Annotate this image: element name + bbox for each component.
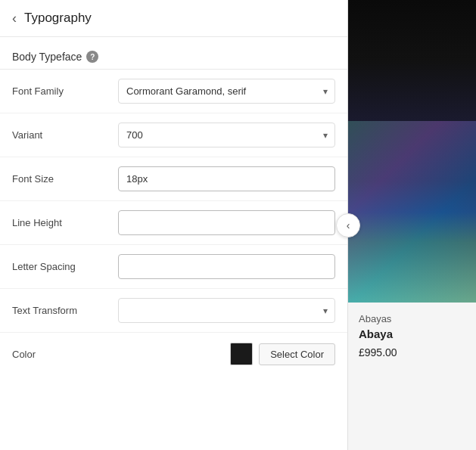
font-family-row: Font Family Cormorant Garamond, serif Ar… — [0, 70, 347, 113]
text-transform-row: Text Transform none uppercase lowercase … — [0, 289, 347, 333]
select-color-button[interactable]: Select Color — [259, 343, 335, 365]
body-typeface-label: Body Typeface — [12, 51, 82, 63]
text-transform-label: Text Transform — [12, 305, 118, 316]
letter-spacing-row: Letter Spacing — [0, 245, 347, 289]
color-row: Color Select Color — [0, 333, 347, 375]
line-height-row: Line Height — [0, 201, 347, 245]
variant-select[interactable]: 400 500 600 700 800 — [118, 123, 335, 147]
help-icon[interactable]: ? — [86, 51, 98, 63]
color-label: Color — [12, 349, 118, 360]
variant-control: 400 500 600 700 800 ▾ — [118, 123, 335, 147]
variant-label: Variant — [12, 129, 118, 141]
font-family-select-wrapper: Cormorant Garamond, serif Arial, sans-se… — [118, 79, 335, 104]
line-height-control — [118, 210, 335, 235]
letter-spacing-control — [118, 254, 335, 279]
letter-spacing-input[interactable] — [118, 254, 335, 279]
font-family-label: Font Family — [12, 85, 118, 97]
text-transform-select[interactable]: none uppercase lowercase capitalize — [118, 298, 335, 323]
preview-title: Abaya — [359, 327, 465, 340]
app-container: ‹ Typography Body Typeface ? Font Family… — [0, 0, 476, 450]
text-transform-select-wrapper: none uppercase lowercase capitalize ▾ — [118, 298, 335, 323]
left-panel: ‹ Typography Body Typeface ? Font Family… — [0, 0, 348, 450]
font-family-control: Cormorant Garamond, serif Arial, sans-se… — [118, 79, 335, 104]
color-control: Select Color — [230, 343, 335, 365]
letter-spacing-label: Letter Spacing — [12, 261, 118, 272]
preview-text: Abayas Abaya £995.00 — [348, 303, 476, 358]
variant-row: Variant 400 500 600 700 800 ▾ — [0, 113, 347, 157]
right-panel: ‹ Abayas Abaya £995.00 — [348, 0, 476, 450]
panel-toggle-button[interactable]: ‹ — [336, 213, 360, 237]
preview-price: £995.00 — [359, 346, 465, 358]
line-height-label: Line Height — [12, 217, 118, 228]
panel-title: Typography — [24, 11, 92, 26]
section-label: Body Typeface ? — [0, 37, 347, 69]
back-button[interactable]: ‹ — [12, 11, 17, 25]
preview-image — [348, 0, 476, 303]
font-family-select[interactable]: Cormorant Garamond, serif Arial, sans-se… — [118, 79, 335, 104]
toggle-chevron-icon: ‹ — [347, 219, 350, 231]
color-swatch[interactable] — [230, 343, 253, 365]
text-transform-control: none uppercase lowercase capitalize ▾ — [118, 298, 335, 323]
font-size-control — [118, 166, 335, 191]
variant-select-wrapper: 400 500 600 700 800 ▾ — [118, 123, 335, 147]
line-height-input[interactable] — [118, 210, 335, 235]
panel-header: ‹ Typography — [0, 0, 347, 37]
font-size-input[interactable] — [118, 166, 335, 191]
font-size-row: Font Size — [0, 157, 347, 201]
preview-category: Abayas — [359, 313, 465, 324]
font-size-label: Font Size — [12, 173, 118, 185]
